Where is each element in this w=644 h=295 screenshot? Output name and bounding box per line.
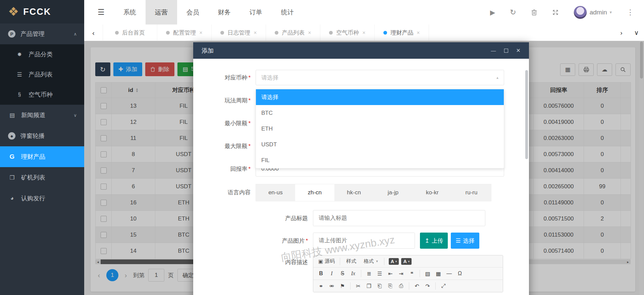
ordered-list-button[interactable]: ≣ — [364, 269, 374, 278]
background-color-button[interactable]: A ▾ — [401, 258, 412, 265]
sort-icons[interactable]: ▲▼ — [136, 88, 139, 93]
source-button[interactable]: ▣ 源码 — [316, 257, 337, 265]
lang-tab-hk-cn[interactable]: hk-cn — [334, 184, 374, 201]
close-icon[interactable]: ✕ — [516, 47, 521, 54]
refresh-button[interactable]: ↻ — [95, 62, 110, 76]
row-checkbox[interactable] — [101, 184, 107, 190]
sidebar-item-news-channel[interactable]: ▤ 新闻频道 ∨ — [0, 105, 84, 126]
refresh-icon[interactable]: ↻ — [510, 8, 516, 17]
lang-tab-en-us[interactable]: en-us — [256, 184, 295, 201]
row-checkbox[interactable] — [101, 200, 107, 206]
page-next[interactable]: › — [122, 271, 129, 279]
row-checkbox[interactable] — [101, 119, 107, 125]
tab-close-icon[interactable]: × — [362, 30, 365, 36]
sidebar-item-subscription-issue[interactable]: ◕ 认购发行 — [0, 188, 84, 209]
sidebar-item-product-management[interactable]: P 产品管理 ∧ — [0, 23, 84, 44]
copy-button[interactable]: ❐ — [364, 281, 374, 291]
redo-button[interactable]: ↷ — [423, 281, 433, 291]
dialog-scrollbar-thumb[interactable] — [525, 70, 528, 159]
scroll-right-arrow[interactable]: ▸ — [625, 260, 631, 264]
row-checkbox[interactable] — [101, 103, 107, 109]
product-image-input[interactable] — [313, 233, 415, 249]
page-current[interactable]: 1 — [106, 269, 118, 281]
unordered-list-button[interactable]: ☰ — [375, 269, 385, 278]
sidebar-item-product-category[interactable]: ✸ 产品分类 — [0, 44, 84, 64]
tabs-scroll-left[interactable]: ‹ — [84, 24, 103, 41]
page-scrollbar-thumb[interactable] — [640, 42, 643, 79]
link-button[interactable]: ⚭ — [316, 281, 326, 291]
maximize-editor-button[interactable]: ⤢ — [438, 281, 448, 291]
lang-tab-ja-jp[interactable]: ja-jp — [373, 184, 413, 201]
tabs-scroll-right[interactable]: › — [614, 24, 629, 41]
search-icon[interactable] — [615, 63, 631, 76]
outdent-button[interactable]: ⇤ — [385, 269, 395, 278]
tab-close-icon[interactable]: × — [254, 30, 257, 36]
option-usdt[interactable]: USDT — [256, 137, 504, 152]
add-button[interactable]: ✚ 添加 — [113, 62, 142, 76]
nav-item-statistics[interactable]: 统计 — [272, 0, 303, 24]
lang-tab-ru-ru[interactable]: ru-ru — [452, 184, 491, 201]
row-checkbox[interactable] — [101, 232, 107, 238]
italic-button[interactable]: I — [327, 269, 337, 278]
bold-button[interactable]: B — [316, 269, 326, 278]
page-scrollbar[interactable] — [639, 41, 644, 295]
option-btc[interactable]: BTC — [256, 105, 504, 121]
tab-close-icon[interactable]: × — [417, 30, 420, 36]
nav-item-operation[interactable]: 运营 — [146, 0, 177, 24]
dialog-titlebar[interactable]: 添加 — ✕ — [193, 42, 529, 59]
undo-button[interactable]: ↶ — [412, 281, 422, 291]
row-checkbox[interactable] — [101, 248, 107, 254]
nav-item-order[interactable]: 订单 — [240, 0, 272, 24]
option-please-select[interactable]: 请选择 — [256, 89, 504, 105]
fullscreen-icon[interactable] — [552, 9, 559, 16]
nav-item-system[interactable]: 系统 — [114, 0, 146, 24]
unlink-button[interactable]: ⚮ — [327, 281, 337, 291]
tab-logs[interactable]: 日志管理 × — [212, 24, 266, 41]
row-checkbox[interactable] — [101, 167, 107, 174]
delete-button[interactable]: 删除 — [145, 62, 174, 76]
sidebar-item-air-coin[interactable]: § 空气币种 — [0, 85, 84, 105]
more-options-icon[interactable]: ⋮ — [627, 8, 634, 17]
horizontal-rule-button[interactable]: ― — [444, 269, 454, 278]
special-char-button[interactable]: Ω — [455, 269, 465, 278]
anchor-button[interactable]: ⚑ — [337, 281, 347, 291]
lang-tab-zh-cn[interactable]: zh-cn — [295, 184, 334, 201]
columns-grid-icon[interactable]: ▦ — [560, 63, 575, 76]
table-button[interactable]: ▦ — [433, 269, 443, 278]
indent-button[interactable]: ⇥ — [396, 269, 406, 278]
choose-button[interactable]: ☰ 选择 — [451, 233, 479, 249]
tab-finance-product[interactable]: 理财产品 × — [375, 24, 429, 41]
tab-close-icon[interactable]: × — [199, 30, 202, 36]
row-checkbox[interactable] — [101, 151, 107, 157]
maximize-icon[interactable] — [504, 49, 508, 53]
nav-item-member[interactable]: 会员 — [177, 0, 209, 24]
trash-icon[interactable] — [531, 9, 537, 16]
option-fil[interactable]: FIL — [256, 152, 504, 168]
image-button[interactable]: ▧ — [423, 269, 433, 278]
sidebar-item-miner-list[interactable]: ❒ 矿机列表 — [0, 167, 84, 188]
user-menu[interactable]: admin ▾ — [574, 6, 612, 19]
goto-page-input[interactable] — [148, 269, 164, 282]
scroll-left-arrow[interactable]: ◂ — [95, 260, 101, 264]
column-header-id[interactable]: id▲▼ — [112, 83, 155, 98]
row-checkbox[interactable] — [101, 216, 107, 222]
coin-select[interactable]: 请选择 ▴ — [256, 70, 504, 85]
blockquote-button[interactable]: ❝ — [407, 269, 417, 278]
option-eth[interactable]: ETH — [256, 121, 504, 137]
tab-air-coin[interactable]: 空气币种 × — [320, 24, 375, 41]
remove-format-button[interactable]: Ix — [348, 269, 358, 278]
cut-button[interactable]: ✂ — [353, 281, 363, 291]
lang-tab-ko-kr[interactable]: ko-kr — [413, 184, 452, 201]
minimize-icon[interactable]: — — [491, 48, 496, 53]
tab-close-icon[interactable]: × — [308, 30, 311, 36]
avatar[interactable] — [574, 6, 587, 19]
product-title-input[interactable] — [313, 210, 485, 226]
paste-text-button[interactable]: ⎘ — [385, 281, 395, 291]
tab-home[interactable]: 后台首页 — [103, 24, 157, 41]
page-prev[interactable]: ‹ — [95, 271, 103, 279]
menu-fold-icon[interactable]: ☰ — [98, 8, 105, 17]
upload-button[interactable]: ↥ 上传 — [420, 233, 448, 249]
styles-combo[interactable]: 样式 — [343, 257, 360, 265]
nav-item-finance[interactable]: 财务 — [209, 0, 240, 24]
tab-product-list[interactable]: 产品列表 × — [266, 24, 320, 41]
